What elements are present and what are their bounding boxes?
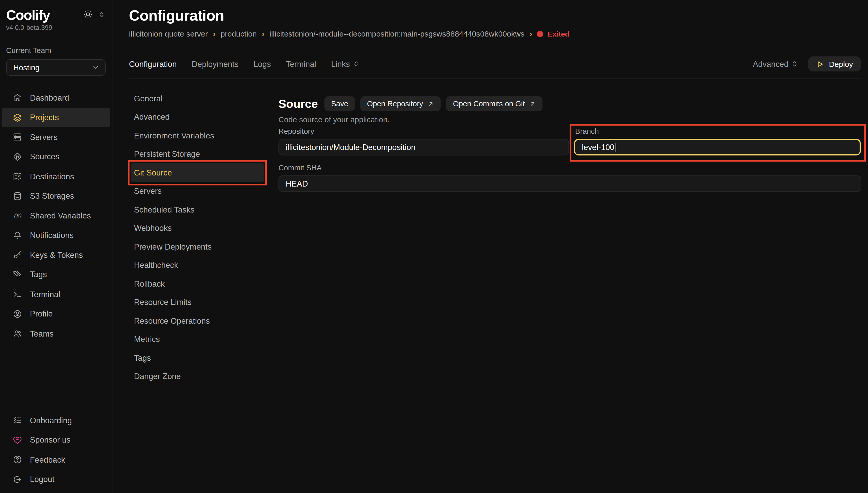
sidebar-item-label: Profile	[30, 309, 52, 318]
subnav-item-git-source[interactable]: Git Source	[131, 163, 264, 182]
sidebar-item-s3-storages[interactable]: S3 Storages	[2, 186, 110, 206]
chevron-down-icon	[92, 64, 100, 71]
commit-sha-input[interactable]: HEAD	[278, 175, 861, 192]
theme-sun-icon[interactable]	[83, 9, 93, 20]
sidebar-item-profile[interactable]: Profile	[2, 304, 110, 324]
list-checks-icon	[13, 416, 22, 425]
sidebar-item-label: Shared Variables	[30, 211, 91, 220]
subnav-item-danger-zone[interactable]: Danger Zone	[131, 367, 264, 386]
breadcrumb-item[interactable]: illicitonion quote server	[129, 29, 208, 38]
tab-configuration[interactable]: Configuration	[129, 60, 176, 68]
branch-input[interactable]: level-100	[574, 139, 861, 156]
server-icon	[13, 132, 22, 142]
chevrons-updown-icon	[353, 60, 360, 67]
sidebar-item-sources[interactable]: Sources	[2, 147, 110, 167]
text-caret	[615, 143, 616, 152]
sidebar-item-onboarding[interactable]: Onboarding	[2, 411, 110, 430]
main-content: Configuration illicitonion quote server›…	[113, 0, 868, 493]
subnav-item-label: Preview Deployments	[134, 242, 212, 251]
subnav-item-preview-deployments[interactable]: Preview Deployments	[131, 237, 264, 256]
tags-icon	[13, 270, 22, 279]
breadcrumb-item[interactable]: production	[220, 29, 257, 38]
sidebar-item-servers[interactable]: Servers	[2, 127, 110, 147]
chevron-right-icon: ›	[262, 28, 264, 38]
subnav-item-label: Resource Limits	[134, 298, 192, 307]
sidebar-item-dashboard[interactable]: Dashboard	[2, 88, 110, 108]
tab-label: Links	[331, 60, 350, 68]
settings-subnav: GeneralAdvancedEnvironment VariablesPers…	[129, 89, 278, 386]
theme-chevrons-icon[interactable]	[98, 11, 105, 18]
repository-label: Repository	[278, 127, 569, 136]
sidebar-item-tags[interactable]: Tags	[2, 265, 110, 284]
git-source-icon	[13, 152, 22, 162]
tab-logs[interactable]: Logs	[254, 60, 271, 68]
subnav-item-label: Metrics	[134, 335, 160, 344]
subnav-item-general[interactable]: General	[131, 89, 264, 108]
sidebar-item-keys-tokens[interactable]: Keys & Tokens	[2, 245, 110, 265]
subnav-item-webhooks[interactable]: Webhooks	[131, 219, 264, 237]
save-button[interactable]: Save	[324, 96, 355, 111]
deploy-button[interactable]: Deploy	[808, 56, 861, 71]
chevron-right-icon: ›	[213, 28, 216, 38]
branch-annotation-box: Branch level-100	[570, 124, 866, 162]
sidebar-item-label: Destinations	[30, 172, 74, 180]
subnav-item-label: General	[134, 94, 163, 103]
subnav-item-rollback[interactable]: Rollback	[131, 275, 264, 293]
repository-input[interactable]: illicitestonion/Module-Decomposition	[278, 139, 569, 156]
chevron-right-icon: ›	[529, 28, 532, 38]
branch-label: Branch	[575, 127, 861, 136]
subnav-item-environment-variables[interactable]: Environment Variables	[131, 126, 264, 145]
play-icon	[816, 60, 824, 68]
sidebar-item-label: Tags	[30, 270, 47, 279]
sidebar-item-label: Sources	[30, 152, 59, 161]
tab-terminal[interactable]: Terminal	[286, 60, 316, 68]
sidebar-item-terminal[interactable]: Terminal	[2, 284, 110, 304]
subnav-item-persistent-storage[interactable]: Persistent Storage	[131, 145, 264, 163]
subnav-item-label: Servers	[134, 187, 162, 195]
tab-deployments[interactable]: Deployments	[192, 60, 239, 68]
sidebar-item-label: Keys & Tokens	[30, 251, 83, 259]
subnav-item-scheduled-tasks[interactable]: Scheduled Tasks	[131, 200, 264, 219]
sidebar-bottom-nav: OnboardingSponsor usFeedbackLogout	[0, 411, 112, 489]
sidebar-item-notifications[interactable]: Notifications	[2, 226, 110, 245]
team-select[interactable]: Hosting	[6, 59, 106, 76]
sidebar-item-label: Notifications	[30, 231, 73, 239]
tab-links[interactable]: Links	[331, 60, 360, 68]
subnav-item-resource-operations[interactable]: Resource Operations	[131, 312, 264, 330]
sidebar-item-projects[interactable]: Projects	[2, 108, 110, 127]
tab-label: Logs	[254, 60, 271, 68]
open-commits-label: Open Commits on Git	[453, 100, 525, 108]
sidebar-item-label: Sponsor us	[30, 436, 70, 444]
subnav-item-advanced[interactable]: Advanced	[131, 108, 264, 126]
source-description: Code source of your application.	[278, 115, 866, 124]
layers-icon	[13, 113, 22, 122]
sidebar-item-logout[interactable]: Logout	[2, 470, 110, 489]
tab-label: Configuration	[129, 60, 176, 68]
subnav-item-resource-limits[interactable]: Resource Limits	[131, 293, 264, 312]
subnav-item-metrics[interactable]: Metrics	[131, 330, 264, 349]
breadcrumb-item[interactable]: illicitestonion/-module--decomposition:m…	[270, 29, 525, 38]
subnav-item-servers[interactable]: Servers	[131, 182, 264, 200]
subnav-item-label: Webhooks	[134, 223, 172, 232]
sidebar-item-label: Teams	[30, 329, 54, 338]
page-title: Configuration	[129, 7, 868, 24]
subnav-item-tags[interactable]: Tags	[131, 349, 264, 367]
subnav-item-label: Persistent Storage	[134, 150, 200, 158]
tabs: ConfigurationDeploymentsLogsTerminalLink…	[129, 60, 360, 68]
sidebar-item-destinations[interactable]: Destinations	[2, 167, 110, 186]
sidebar-item-sponsor-us[interactable]: Sponsor us	[2, 430, 110, 450]
sidebar-item-label: Dashboard	[30, 93, 69, 102]
source-heading: Source	[278, 97, 318, 110]
sidebar-item-label: Projects	[30, 113, 59, 122]
open-commits-button[interactable]: Open Commits on Git	[446, 96, 543, 111]
advanced-dropdown[interactable]: Advanced	[753, 60, 798, 68]
open-repository-button[interactable]: Open Repository	[360, 96, 441, 111]
subnav-item-label: Advanced	[134, 112, 170, 121]
arrow-up-right-icon	[427, 100, 434, 107]
subnav-item-healthcheck[interactable]: Healthcheck	[131, 256, 264, 275]
status-dot-icon	[537, 30, 544, 37]
user-circle-icon	[13, 309, 22, 319]
sidebar-item-shared-variables[interactable]: (x)Shared Variables	[2, 206, 110, 226]
sidebar-item-feedback[interactable]: Feedback	[2, 450, 110, 469]
sidebar-item-teams[interactable]: Teams	[2, 324, 110, 343]
